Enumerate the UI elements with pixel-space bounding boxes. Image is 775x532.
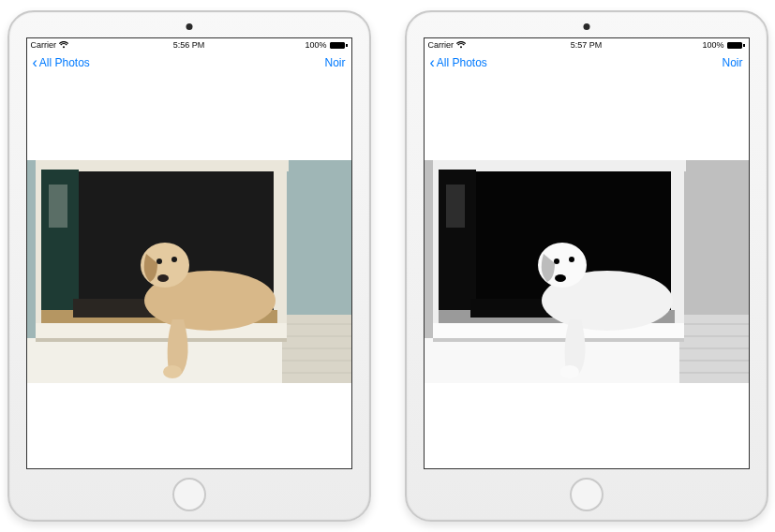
svg-rect-16 [36,338,287,342]
wifi-icon [59,41,68,49]
status-right: 100% [305,40,347,50]
ipad-right: Carrier 5:57 PM 100% ‹ All Photos Noir [405,10,768,522]
carrier-label: Carrier [31,40,57,50]
status-right: 100% [702,40,744,50]
svg-point-20 [156,259,162,264]
back-label: All Photos [39,56,90,69]
svg-point-47 [560,365,579,378]
svg-point-22 [157,274,169,282]
back-label: All Photos [437,56,487,69]
photo-viewer[interactable] [425,74,749,468]
svg-rect-13 [49,185,67,228]
chevron-left-icon: ‹ [430,55,435,70]
status-bar: Carrier 5:56 PM 100% [27,38,351,52]
status-bar: Carrier 5:57 PM 100% [425,38,749,52]
filter-action-button[interactable]: Noir [722,56,742,69]
svg-rect-40 [433,338,684,342]
photo-viewer[interactable] [27,74,351,468]
status-left: Carrier [31,40,69,50]
home-button[interactable] [570,478,604,511]
svg-point-44 [554,259,559,264]
carrier-label: Carrier [428,40,455,50]
svg-rect-35 [671,160,684,329]
wifi-icon [456,41,466,49]
nav-bar: ‹ All Photos Noir [27,52,351,74]
home-button[interactable] [172,478,206,511]
status-time: 5:56 PM [173,40,205,50]
filter-action-button[interactable]: Noir [324,56,345,69]
ipad-left: Carrier 5:56 PM 100% ‹ All Photos Noir [7,10,371,522]
svg-rect-39 [433,323,684,340]
svg-point-45 [569,257,574,262]
svg-rect-11 [274,160,287,329]
battery-icon [330,42,348,49]
photo-noir [425,160,749,383]
nav-bar: ‹ All Photos Noir [425,52,749,74]
svg-rect-37 [446,185,465,228]
battery-icon [727,42,745,49]
camera-dot [583,23,589,30]
screen: Carrier 5:56 PM 100% ‹ All Photos Noir [26,37,352,469]
camera-dot [186,23,192,30]
status-left: Carrier [428,40,467,50]
battery-percent: 100% [702,40,723,50]
svg-point-23 [163,365,182,378]
battery-percent: 100% [305,40,326,50]
back-button[interactable]: ‹ All Photos [33,56,90,70]
status-time: 5:57 PM [571,40,603,50]
photo-color [27,160,351,383]
screen: Carrier 5:57 PM 100% ‹ All Photos Noir [424,37,750,469]
svg-point-21 [171,257,177,262]
back-button[interactable]: ‹ All Photos [430,56,487,70]
svg-point-46 [555,274,566,282]
chevron-left-icon: ‹ [33,55,37,70]
svg-rect-15 [36,323,287,340]
